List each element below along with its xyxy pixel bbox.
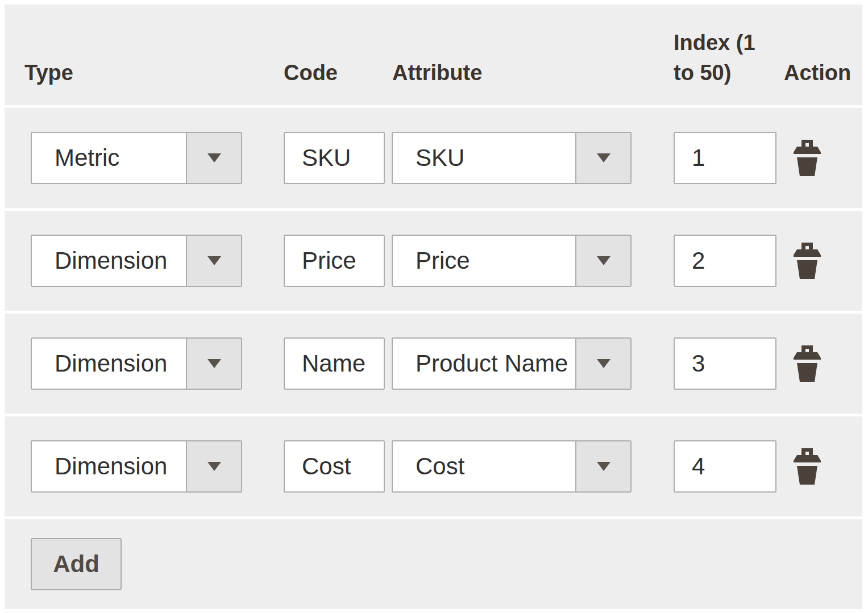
type-select-value: Dimension — [32, 441, 186, 491]
table-row: Dimension Price — [5, 211, 862, 311]
attribute-select-value: Product Name — [393, 339, 575, 389]
column-header-type: Type — [24, 58, 73, 88]
add-row-button[interactable]: Add — [31, 538, 122, 590]
column-header-attribute: Attribute — [392, 58, 482, 88]
delete-row-button[interactable] — [790, 235, 824, 287]
type-select[interactable]: Metric — [31, 132, 242, 184]
table-header-row: Type Code Attribute Index (1 to 50) Acti… — [5, 5, 862, 105]
trash-icon — [794, 140, 821, 176]
index-input[interactable] — [674, 235, 776, 287]
code-input[interactable] — [284, 440, 385, 493]
attribute-select-value: Cost — [393, 441, 575, 491]
triangle-down-icon — [597, 359, 610, 368]
attribute-select[interactable]: Cost — [392, 440, 632, 493]
type-select[interactable]: Dimension — [31, 440, 242, 493]
code-input[interactable] — [284, 235, 385, 287]
delete-row-button[interactable] — [790, 132, 824, 184]
trash-icon — [794, 243, 821, 279]
select-arrow-box — [186, 236, 241, 286]
column-header-action: Action — [784, 58, 851, 88]
triangle-down-icon — [207, 153, 221, 162]
triangle-down-icon — [207, 359, 221, 368]
attribute-select-value: Price — [393, 236, 575, 286]
trash-icon — [794, 448, 821, 485]
type-select[interactable]: Dimension — [31, 337, 242, 390]
select-arrow-box — [575, 133, 630, 183]
index-input[interactable] — [674, 132, 776, 184]
index-input[interactable] — [674, 440, 776, 493]
triangle-down-icon — [597, 462, 610, 471]
select-arrow-box — [575, 441, 630, 491]
code-input[interactable] — [284, 132, 385, 184]
trash-icon — [794, 345, 821, 382]
triangle-down-icon — [207, 462, 221, 471]
table-row: Dimension Product Name — [5, 314, 862, 414]
select-arrow-box — [575, 236, 630, 286]
attribute-select[interactable]: Price — [392, 235, 632, 287]
select-arrow-box — [575, 339, 630, 389]
attribute-select[interactable]: SKU — [392, 132, 632, 184]
type-select-value: Metric — [32, 133, 186, 183]
triangle-down-icon — [597, 153, 610, 162]
select-arrow-box — [186, 133, 241, 183]
attribute-select-value: SKU — [393, 133, 575, 183]
column-header-index: Index (1 to 50) — [674, 28, 767, 88]
select-arrow-box — [186, 339, 241, 389]
table-row: Metric SKU — [5, 108, 862, 208]
column-header-code: Code — [284, 58, 338, 88]
table-row: Dimension Cost — [5, 416, 862, 516]
delete-row-button[interactable] — [790, 337, 824, 390]
attribute-select[interactable]: Product Name — [392, 337, 632, 390]
type-select[interactable]: Dimension — [31, 235, 242, 287]
triangle-down-icon — [207, 256, 221, 265]
index-input[interactable] — [674, 337, 776, 390]
code-input[interactable] — [284, 337, 385, 390]
attribute-mapping-table: Type Code Attribute Index (1 to 50) Acti… — [5, 5, 862, 609]
triangle-down-icon — [597, 256, 610, 265]
type-select-value: Dimension — [32, 339, 186, 389]
delete-row-button[interactable] — [790, 440, 824, 493]
type-select-value: Dimension — [32, 236, 186, 286]
select-arrow-box — [186, 441, 241, 491]
table-footer-row: Add — [5, 519, 862, 609]
